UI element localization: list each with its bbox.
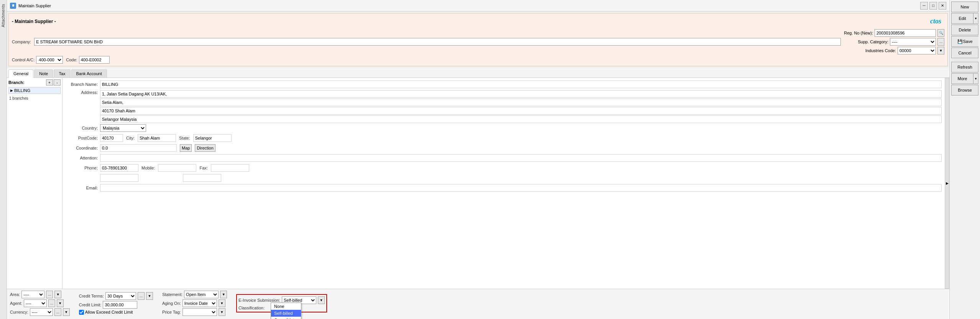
- city-label: City:: [126, 136, 135, 140]
- mobile-input[interactable]: [158, 164, 196, 172]
- control-ac-select[interactable]: 400-000: [36, 56, 63, 64]
- new-button[interactable]: New: [951, 2, 978, 12]
- right-fields: Reg. No (New): 🔍 Supp. Category: ---- … …: [844, 29, 944, 54]
- more-button[interactable]: More: [951, 73, 973, 84]
- industries-code-more-button[interactable]: ▼: [937, 47, 944, 54]
- tab-general[interactable]: General: [8, 69, 33, 78]
- edit-button[interactable]: Edit: [951, 13, 973, 24]
- reg-no-search-button[interactable]: 🔍: [937, 29, 944, 37]
- address-label-4: [66, 115, 100, 123]
- expand-handle[interactable]: ▶: [945, 78, 949, 289]
- tabs-bar: General Note Tax Bank Account: [7, 68, 949, 78]
- agent-more-button[interactable]: …: [48, 299, 55, 307]
- branch-remove-button[interactable]: -: [54, 79, 61, 86]
- currency-select[interactable]: ----: [30, 308, 53, 316]
- address-input-1[interactable]: [100, 90, 942, 98]
- credit-terms-more-button[interactable]: …: [138, 292, 145, 300]
- price-tag-group: Price Tag: ▼: [162, 308, 227, 316]
- cancel-button[interactable]: Cancel: [951, 48, 978, 58]
- branch-panel: Branch: + - ▶ BILLING 1 branches: [7, 78, 62, 289]
- address-row-1: Address:: [66, 90, 942, 98]
- address-input-3[interactable]: [100, 107, 942, 115]
- code-input[interactable]: [79, 56, 110, 64]
- address-input-2[interactable]: [100, 99, 942, 106]
- address-label: Address:: [66, 90, 100, 98]
- delete-button[interactable]: Delete: [951, 25, 978, 35]
- save-button[interactable]: 💾 Save: [951, 36, 978, 47]
- branch-name-input[interactable]: [100, 81, 942, 88]
- branch-item-name: BILLING: [14, 88, 30, 93]
- branch-add-button[interactable]: +: [46, 79, 53, 86]
- credit-terms-select[interactable]: 30 Days: [105, 292, 136, 300]
- reg-no-label: Reg. No (New):: [844, 31, 873, 35]
- reg-no-input[interactable]: [875, 29, 936, 37]
- country-select[interactable]: Malaysia: [100, 124, 146, 132]
- aging-arrow-button[interactable]: ▼: [219, 299, 225, 307]
- maximize-button[interactable]: □: [929, 2, 937, 10]
- credit-terms-extra-button[interactable]: ▼: [146, 292, 153, 300]
- form-area: - Maintain Supplier - ctos Company: Reg.…: [7, 12, 949, 319]
- branch-arrow-icon: ▶: [10, 89, 13, 92]
- area-select[interactable]: ----: [21, 291, 44, 298]
- postcode-row: PostCode: City: State:: [66, 134, 942, 142]
- postcode-input[interactable]: [100, 134, 123, 142]
- credit-terms-group: Credit Terms: 30 Days … ▼: [79, 292, 153, 300]
- currency-extra-button[interactable]: ▼: [63, 308, 70, 316]
- city-input[interactable]: [138, 134, 176, 142]
- browse-button[interactable]: Browse: [951, 85, 978, 95]
- phone-fields: Mobile: Fax:: [100, 164, 249, 172]
- currency-label: Currency:: [10, 310, 28, 314]
- allow-exceed-checkbox[interactable]: [79, 310, 84, 315]
- control-row: Control A/C: 400-000 Code:: [12, 56, 944, 64]
- country-label: Country:: [66, 126, 100, 130]
- industries-code-select[interactable]: 00000: [898, 47, 936, 54]
- dropdown-option-none[interactable]: None: [271, 303, 301, 310]
- branch-controls: + -: [46, 79, 61, 86]
- app-icon: 🖥: [10, 3, 16, 9]
- tab-bank-account[interactable]: Bank Account: [71, 69, 107, 77]
- form-title: - Maintain Supplier -: [12, 19, 56, 24]
- statement-select[interactable]: Open Item: [184, 291, 219, 298]
- supp-category-more-button[interactable]: …: [937, 38, 944, 46]
- supp-category-select[interactable]: ----: [890, 38, 936, 46]
- address-input-4[interactable]: [100, 115, 942, 123]
- agent-extra-button[interactable]: ▼: [57, 299, 64, 307]
- direction-button[interactable]: Direction: [195, 144, 215, 152]
- coordinate-input[interactable]: [100, 144, 177, 152]
- refresh-button[interactable]: Refresh: [951, 62, 978, 72]
- currency-more-button[interactable]: …: [54, 308, 61, 316]
- fax-input-2[interactable]: [183, 174, 221, 182]
- main-content: 🖥 Maintain Supplier ─ □ ✕ - Maintain Sup…: [7, 0, 949, 319]
- fax-input[interactable]: [211, 164, 249, 172]
- phone-input[interactable]: [100, 164, 138, 172]
- area-more-button[interactable]: …: [46, 291, 53, 298]
- aging-on-select[interactable]: Invoice Date: [183, 299, 217, 307]
- email-input[interactable]: [100, 184, 942, 192]
- branch-label: Branch:: [8, 80, 25, 85]
- postcode-fields: City: State:: [100, 134, 232, 142]
- close-button[interactable]: ✕: [939, 2, 946, 10]
- map-button[interactable]: Map: [180, 144, 192, 152]
- statement-arrow-button[interactable]: ▼: [220, 291, 227, 298]
- dropdown-option-selfbilled[interactable]: Self-billed: [271, 310, 301, 317]
- company-input[interactable]: [34, 38, 841, 46]
- attention-input[interactable]: [100, 154, 942, 162]
- minimize-button[interactable]: ─: [920, 2, 928, 10]
- area-extra-button[interactable]: ▼: [54, 291, 61, 298]
- price-tag-arrow-button[interactable]: ▼: [219, 308, 225, 316]
- phone-input-2[interactable]: [100, 174, 138, 182]
- tab-tax[interactable]: Tax: [54, 69, 70, 77]
- more-arrow-button[interactable]: ▼: [973, 73, 978, 84]
- credit-limit-input[interactable]: [103, 301, 137, 309]
- edit-arrow-button[interactable]: ▼: [973, 13, 978, 24]
- attention-label: Attention:: [66, 156, 100, 160]
- tab-note[interactable]: Note: [34, 69, 53, 77]
- area-group: Area: ---- … ▼: [10, 291, 70, 298]
- dropdown-option-consolidate[interactable]: Consolidate: [271, 317, 301, 319]
- classification-label: Classification:: [238, 306, 265, 310]
- branch-item[interactable]: ▶ BILLING: [9, 87, 60, 94]
- einvoice-arrow-button[interactable]: ▼: [318, 296, 325, 304]
- agent-select[interactable]: ----: [24, 299, 47, 307]
- price-tag-select[interactable]: [183, 308, 217, 316]
- state-input[interactable]: [193, 134, 232, 142]
